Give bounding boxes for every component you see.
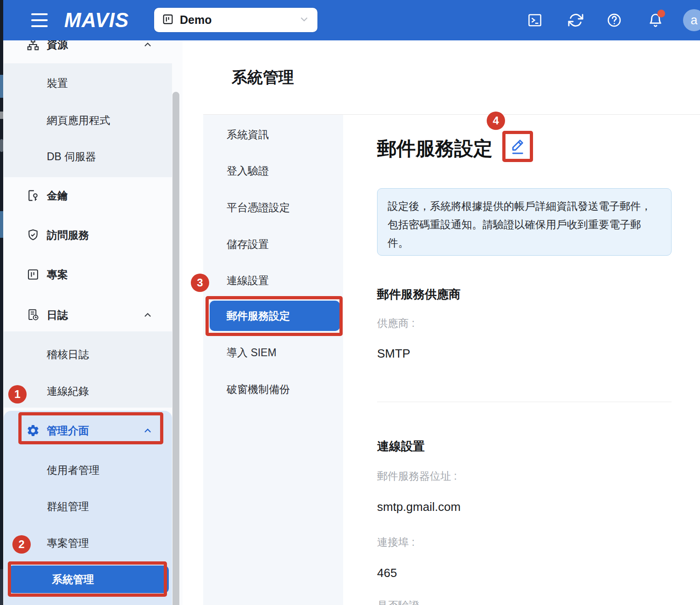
- section-heading-provider: 郵件服務供應商: [377, 286, 461, 302]
- section-heading-connection: 連線設置: [377, 438, 425, 454]
- field-value-port: 465: [377, 566, 397, 580]
- subnav-item-login-verification[interactable]: 登入驗證: [203, 159, 343, 182]
- sidebar-item-keys[interactable]: 金鑰: [3, 184, 172, 207]
- project-selector-dropdown[interactable]: Demo: [154, 8, 317, 32]
- main-content: 系統管理 系統資訊 登入驗證 平台憑證設定 儲存設置 連線設置 郵件服務設定 導…: [183, 40, 700, 605]
- top-bar: MAVIS Demo a: [3, 0, 700, 40]
- notification-dot: [657, 10, 665, 17]
- divider: [377, 402, 672, 402]
- subnav-item-system-info[interactable]: 系統資訊: [203, 123, 343, 146]
- edit-button[interactable]: [506, 134, 530, 159]
- subnav-item-mail-service-selected[interactable]: 郵件服務設定: [210, 301, 340, 331]
- annotation-step-4: 4: [487, 112, 505, 130]
- help-icon[interactable]: [606, 12, 622, 28]
- sidebar-item-web-apps[interactable]: 網頁應用程式: [3, 109, 172, 132]
- sidebar-item-admin-interface[interactable]: 管理介面: [3, 419, 172, 442]
- background-fragment: [0, 75, 3, 98]
- annotation-step-2: 2: [12, 535, 31, 554]
- sidebar-item-audit-logs[interactable]: 稽核日誌: [3, 343, 172, 366]
- project-selector-value: Demo: [180, 13, 298, 27]
- subnav-item-import-siem[interactable]: 導入 SIEM: [203, 341, 343, 364]
- field-label-server-address: 郵件服務器位址 :: [377, 469, 457, 483]
- sidebar-item-system-management-selected[interactable]: 系統管理: [8, 566, 169, 593]
- field-label-provider: 供應商 :: [377, 316, 415, 331]
- panel-title: 郵件服務設定: [377, 135, 493, 162]
- background-window-sliver: [0, 0, 3, 605]
- sidebar-item-user-management[interactable]: 使用者管理: [3, 459, 172, 482]
- brand-logo: MAVIS: [64, 0, 129, 40]
- settings-subnav: 系統資訊 登入驗證 平台憑證設定 儲存設置 連線設置 郵件服務設定 導入 SIE…: [203, 115, 343, 605]
- chevron-up-icon: [143, 39, 153, 50]
- refresh-icon[interactable]: [567, 12, 584, 28]
- background-fragment: [0, 211, 3, 238]
- sidebar-item-logs[interactable]: 日誌: [3, 303, 172, 326]
- notifications-bell-icon[interactable]: [647, 12, 664, 28]
- subnav-item-connection-settings[interactable]: 連線設置: [203, 269, 343, 292]
- annotation-step-3: 3: [191, 274, 209, 292]
- field-label-port: 連接埠 :: [377, 535, 415, 549]
- key-icon: [26, 189, 40, 202]
- chevron-down-icon: [298, 13, 310, 27]
- sidebar-item-devices[interactable]: 裝置: [3, 72, 172, 95]
- sidebar-item-group-management[interactable]: 群組管理: [3, 495, 172, 518]
- chevron-up-icon: [143, 426, 153, 436]
- sidebar-item-connection-records[interactable]: 連線紀錄: [3, 380, 172, 403]
- subnav-item-break-glass-backup[interactable]: 破窗機制備份: [203, 378, 343, 401]
- field-label-verify: 是否驗證: [377, 599, 419, 605]
- sidebar-scrollbar[interactable]: [172, 92, 179, 605]
- page-title: 系統管理: [232, 67, 294, 88]
- sidebar-item-db-servers[interactable]: DB 伺服器: [3, 145, 172, 168]
- pencil-icon: [513, 140, 522, 150]
- background-fragment: [0, 112, 3, 119]
- terminal-icon[interactable]: [527, 12, 543, 28]
- menu-hamburger-icon[interactable]: [31, 13, 48, 27]
- sidebar-item-access-services[interactable]: 訪問服務: [3, 224, 172, 246]
- gear-icon: [26, 424, 40, 437]
- background-fragment: [0, 139, 3, 152]
- chevron-up-icon: [143, 310, 153, 320]
- annotation-step-1: 1: [8, 385, 27, 403]
- log-document-icon: [26, 308, 40, 322]
- project-icon: [26, 268, 40, 281]
- avatar[interactable]: a: [683, 9, 700, 31]
- field-value-server-address: smtp.gmail.com: [377, 500, 461, 514]
- project-icon: [161, 13, 174, 28]
- sidebar-item-projects[interactable]: 專案: [3, 263, 172, 286]
- field-value-provider: SMTP: [377, 347, 410, 361]
- info-banner: 設定後，系統將根據提供的帳戶詳細資訊發送電子郵件，包括密碼重設通知。請驗證以確保…: [377, 188, 672, 256]
- shield-check-icon: [26, 228, 40, 242]
- subnav-item-storage-settings[interactable]: 儲存設置: [203, 233, 343, 256]
- subnav-item-platform-certificates[interactable]: 平台憑證設定: [203, 196, 343, 219]
- sidebar: 資源 裝置 網頁應用程式 DB 伺服器 金鑰 訪問服務 專案: [3, 40, 183, 605]
- background-fragment: [0, 569, 3, 605]
